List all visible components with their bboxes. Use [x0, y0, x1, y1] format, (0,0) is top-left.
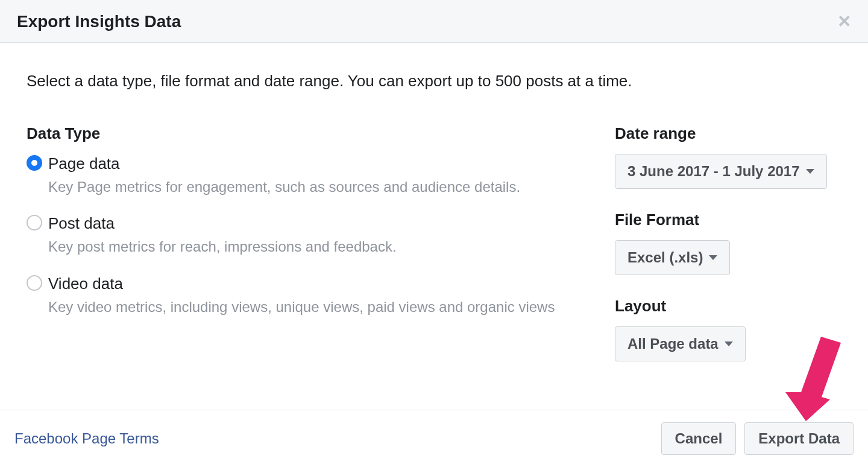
radio-desc: Key post metrics for reach, impressions …: [48, 237, 397, 257]
close-icon[interactable]: ✕: [837, 13, 851, 30]
date-range-value: 3 June 2017 - 1 July 2017: [627, 163, 800, 180]
radio-text: Video data Key video metrics, including …: [48, 274, 555, 317]
export-data-button[interactable]: Export Data: [744, 422, 854, 455]
radio-label: Post data: [48, 214, 397, 234]
radio-page-data[interactable]: Page data Key Page metrics for engagemen…: [27, 154, 579, 197]
layout-value: All Page data: [627, 335, 719, 352]
layout-dropdown[interactable]: All Page data: [615, 326, 746, 361]
dialog-title: Export Insights Data: [17, 12, 181, 31]
dialog-body: Select a data type, file format and date…: [0, 43, 868, 407]
caret-down-icon: [725, 342, 733, 346]
layout-heading: Layout: [615, 297, 844, 316]
data-type-section: Data Type Page data Key Page metrics for…: [27, 124, 579, 383]
radio-icon: [27, 155, 42, 171]
right-column: Date range 3 June 2017 - 1 July 2017 Fil…: [615, 124, 844, 383]
instruction-text: Select a data type, file format and date…: [27, 72, 844, 91]
radio-text: Post data Key post metrics for reach, im…: [48, 214, 397, 256]
facebook-page-terms-link[interactable]: Facebook Page Terms: [14, 430, 159, 447]
caret-down-icon: [806, 169, 814, 174]
radio-desc: Key Page metrics for engagement, such as…: [48, 177, 520, 197]
radio-post-data[interactable]: Post data Key post metrics for reach, im…: [27, 214, 579, 256]
file-format-value: Excel (.xls): [627, 249, 703, 266]
radio-icon: [27, 275, 42, 291]
file-format-dropdown[interactable]: Excel (.xls): [615, 240, 730, 275]
radio-icon: [27, 215, 42, 230]
content-columns: Data Type Page data Key Page metrics for…: [27, 124, 844, 383]
footer-buttons: Cancel Export Data: [661, 422, 854, 455]
date-range-dropdown[interactable]: 3 June 2017 - 1 July 2017: [615, 154, 827, 189]
radio-label: Page data: [48, 154, 520, 174]
cancel-button[interactable]: Cancel: [661, 422, 737, 455]
dialog-header: Export Insights Data ✕: [0, 0, 868, 43]
caret-down-icon: [709, 255, 717, 260]
dialog-footer: Facebook Page Terms Cancel Export Data: [0, 410, 868, 467]
radio-label: Video data: [48, 274, 555, 294]
file-format-heading: File Format: [615, 211, 844, 229]
radio-video-data[interactable]: Video data Key video metrics, including …: [27, 274, 579, 317]
radio-desc: Key video metrics, including views, uniq…: [48, 297, 555, 317]
data-type-heading: Data Type: [27, 124, 579, 143]
date-range-heading: Date range: [615, 124, 844, 143]
radio-text: Page data Key Page metrics for engagemen…: [48, 154, 520, 197]
